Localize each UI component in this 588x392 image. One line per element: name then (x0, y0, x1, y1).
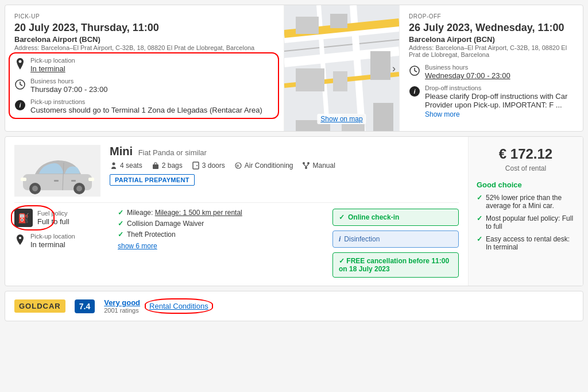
price-label: Cost of rental (477, 164, 575, 172)
feature-mileage-text: Mileage: Mileage: 1 500 km per rental (127, 209, 242, 217)
good-check-1: ✓ (477, 194, 482, 202)
pickup-location-value: In terminal (30, 64, 75, 73)
dropoff-location-name: Barcelona Airport (BCN) (409, 35, 574, 44)
fuel-icon: ⛽ (14, 209, 33, 227)
rental-conditions-link[interactable]: Rental Conditions (149, 302, 208, 310)
feature-cdw: ✓ Collision Damage Waiver (118, 220, 321, 228)
svg-rect-37 (193, 162, 199, 169)
svg-rect-13 (330, 14, 347, 28)
free-cancellation-text: FREE cancellation before 11:00 on 18 Jul… (339, 257, 449, 273)
car-pickup-location-label: Pick-up location (30, 233, 75, 240)
disinfection-info-icon: i (339, 235, 341, 243)
transmission-value: Manual (312, 162, 335, 170)
show-more-features-link[interactable]: show 6 more (118, 242, 157, 250)
svg-rect-31 (88, 178, 94, 181)
dropoff-date: 26 July 2023, Wednesday, 11:00 (409, 22, 574, 34)
svg-text:❄: ❄ (236, 164, 239, 168)
fuel-row: ⛽ Fuel policy Full to full (14, 209, 106, 227)
svg-rect-12 (296, 17, 319, 34)
car-top-area: Mini Fiat Panda or similar 4 seats 2 bag… (14, 145, 459, 197)
pickup-date: 20 July 2023, Thursday, 11:00 (14, 22, 274, 34)
feature-mileage: ✓ Mileage: Mileage: 1 500 km per rental (118, 209, 321, 217)
car-name: Mini (110, 145, 133, 157)
car-similar: Fiat Panda or similar (138, 148, 207, 157)
good-choice-item-3: ✓ Easy access to rental desk: In termina… (477, 235, 575, 251)
rental-conditions-wrapper: Rental Conditions (149, 302, 208, 310)
good-choice-text-3: Easy access to rental desk: In terminal (486, 235, 575, 251)
map-chevron-icon[interactable]: › (392, 62, 396, 74)
fuel-policy-value: Full to full (37, 217, 69, 226)
ac-value: Air Conditioning (245, 162, 293, 170)
svg-rect-33 (54, 180, 59, 182)
pickup-instructions-label: Pick-up instructions (30, 98, 262, 105)
car-details-panel: Mini Fiat Panda or similar 4 seats 2 bag… (5, 137, 468, 286)
features-col: ✓ Mileage: Mileage: 1 500 km per rental … (118, 209, 321, 278)
show-more-link[interactable]: Show more (425, 110, 574, 118)
svg-rect-19 (373, 103, 393, 131)
bags-spec: 2 bags (152, 162, 183, 170)
car-pin-icon (14, 234, 26, 245)
svg-rect-16 (370, 51, 390, 80)
good-choice-label: Good choice (477, 180, 575, 189)
pickup-instructions-value: Customers should go to Terminal 1 Zona d… (30, 106, 262, 114)
dropoff-instructions-value: Please clarify Drop-off instructions wit… (425, 92, 574, 109)
svg-rect-15 (333, 71, 347, 91)
dropoff-hours-value: Wednesday 07:00 - 23:00 (425, 71, 510, 80)
dropoff-instructions-label: Drop-off instructions (425, 84, 574, 91)
good-choice-item-1: ✓ 52% lower price than the average for a… (477, 194, 575, 210)
cancellation-check-icon: ✓ (339, 257, 345, 265)
svg-point-28 (32, 186, 38, 191)
seats-spec: 4 seats (110, 162, 142, 170)
good-check-3: ✓ (477, 235, 482, 243)
rating-text: Very good 2001 ratings (104, 298, 140, 314)
doors-spec: 3 doors (192, 162, 225, 170)
svg-rect-32 (21, 178, 26, 181)
feature-cdw-text: Collision Damage Waiver (127, 220, 204, 228)
bags-value: 2 bags (162, 162, 183, 170)
dropoff-label: DROP-OFF (409, 13, 574, 20)
pickup-instructions-row: i Pick-up instructions Customers should … (14, 98, 274, 114)
price-panel: € 172.12 Cost of rental Good choice ✓ 52… (468, 137, 583, 286)
svg-point-30 (76, 186, 82, 191)
feature-theft-text: Theft Protection (127, 230, 176, 239)
seats-value: 4 seats (120, 162, 142, 170)
transmission-spec: Manual (302, 162, 335, 170)
checkin-check-icon: ✓ (339, 213, 345, 221)
free-cancellation-badge: ✓ FREE cancellation before 11:00 on 18 J… (332, 252, 459, 278)
good-choice-text-1: 52% lower price than the average for a M… (486, 194, 575, 210)
good-choice-text-2: Most popular fuel policy: Full to full (486, 214, 575, 230)
dropoff-address: Address: Barcelona–El Prat Airport, C-32… (409, 44, 574, 58)
car-pickup-location-value: In terminal (30, 240, 75, 249)
price-amount: € 172.12 (477, 146, 575, 162)
car-image (14, 145, 100, 197)
ac-spec: ❄ Air Conditioning (234, 162, 293, 170)
dropoff-instructions-row: i Drop-off instructions Please clarify D… (409, 84, 574, 118)
car-specs: 4 seats 2 bags 3 doors ❄ Air Conditi (110, 162, 459, 170)
provider-section: GOLDCAR 7.4 Very good 2001 ratings Renta… (5, 291, 583, 321)
check-icon-1: ✓ (118, 209, 123, 217)
pickup-location-label: Pick-up location (30, 57, 75, 64)
svg-point-38 (196, 165, 198, 166)
disinfection-text: Disinfection (344, 235, 380, 243)
very-good-label[interactable]: Very good (104, 298, 140, 307)
pickup-location-name: Barcelona Airport (BCN) (14, 35, 274, 44)
map-background (284, 5, 399, 131)
disinfection-badge: i Disinfection (332, 230, 459, 248)
car-pickup-location-row: Pick-up location In terminal (14, 233, 106, 249)
pickup-address: Address: Barcelona–El Prat Airport, C-32… (14, 44, 274, 51)
dropoff-panel: DROP-OFF 26 July 2023, Wednesday, 11:00 … (399, 5, 583, 131)
svg-rect-14 (296, 68, 324, 91)
fuel-pickup-col: ⛽ Fuel policy Full to full P (14, 209, 106, 278)
dropoff-clock-icon (409, 65, 420, 76)
pickup-hours-label: Business hours (30, 78, 107, 84)
bottom-car-row: ⛽ Fuel policy Full to full P (14, 202, 459, 278)
svg-rect-34 (71, 180, 76, 182)
badges-col: ✓ Online check-in i Disinfection ✓ FREE … (332, 209, 459, 278)
svg-line-2 (20, 84, 22, 86)
partial-prepayment-badge: PARTIAL PREPAYMENT (110, 174, 195, 186)
show-on-map-button[interactable]: Show on map (317, 114, 366, 124)
svg-point-43 (305, 167, 307, 169)
online-checkin-text: Online check-in (348, 213, 399, 221)
svg-line-44 (304, 164, 306, 167)
pickup-location-row: Pick-up location In terminal (14, 57, 274, 73)
